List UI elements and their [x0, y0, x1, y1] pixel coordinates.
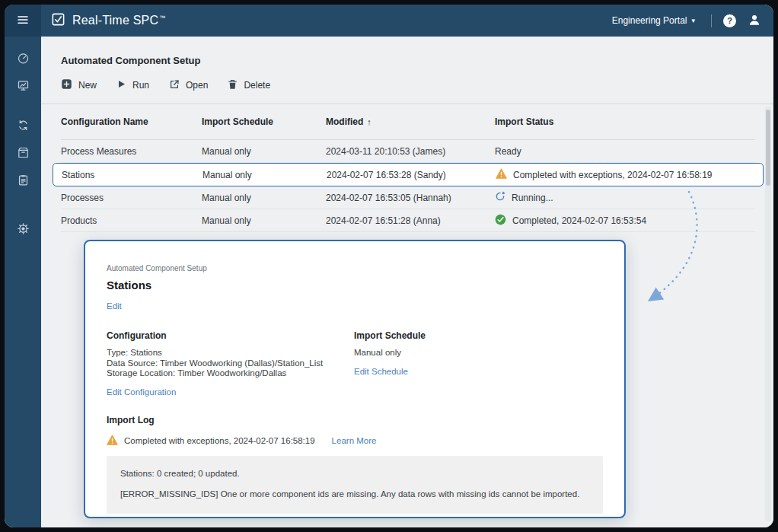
open-button[interactable]: Open: [169, 79, 208, 92]
detail-context-label: Automated Component Setup: [107, 264, 603, 272]
modified-cell: 2024-02-07 16:53:28 (Sandy): [327, 170, 496, 180]
import-schedule-section: Import Schedule Manual only Edit Schedul…: [354, 330, 603, 398]
plus-icon: [61, 78, 72, 92]
storage-box-icon: [17, 146, 30, 161]
modified-cell: 2024-02-07 16:53:05 (Hannah): [326, 193, 495, 203]
success-check-icon: [495, 214, 506, 228]
table-row-products[interactable]: Products Manual only 2024-02-07 16:51:28…: [61, 209, 755, 232]
scrollbar-thumb[interactable]: [766, 110, 770, 186]
menu-button[interactable]: [5, 5, 41, 37]
page-title: Automated Component Setup: [41, 37, 773, 66]
log-status-text: Completed with exceptions, 2024-02-07 16…: [124, 436, 315, 445]
sync-icon: [17, 119, 30, 134]
configuration-storage-location: Storage Location: Timber Woodworking/Dal…: [107, 368, 354, 379]
sidebar-item-worksheets[interactable]: [14, 172, 32, 190]
column-header-import-status[interactable]: Import Status: [495, 116, 755, 127]
user-button[interactable]: [748, 13, 761, 29]
run-button-label: Run: [132, 80, 149, 91]
help-icon: ?: [723, 14, 736, 27]
detail-columns: Configuration Type: Stations Data Source…: [107, 330, 603, 398]
topbar-divider: [711, 14, 712, 27]
help-button[interactable]: ?: [723, 14, 736, 27]
status-text: Completed, 2024-02-07 16:53:54: [512, 215, 646, 226]
sidebar: [5, 37, 41, 527]
trademark: ™: [159, 14, 165, 21]
import-status-cell: Ready: [495, 146, 755, 157]
learn-more-link[interactable]: Learn More: [332, 436, 377, 445]
clipboard-icon: [17, 174, 30, 189]
edit-schedule-link[interactable]: Edit Schedule: [354, 367, 408, 376]
config-name-cell: Stations: [62, 170, 202, 180]
table-row-processes[interactable]: Processes Manual only 2024-02-07 16:53:0…: [61, 186, 755, 209]
sidebar-item-storage[interactable]: [14, 145, 32, 163]
user-icon: [748, 13, 761, 29]
scrollbar[interactable]: [765, 107, 771, 521]
import-schedule-cell: Manual only: [202, 215, 326, 226]
log-line-error: [ERROR_MISSING_IDS] One or more componen…: [120, 489, 589, 499]
toolbar: New Run Open: [41, 66, 773, 104]
modified-cell: 2024-02-07 16:51:28 (Anna): [326, 215, 495, 226]
config-name-cell: Products: [61, 215, 202, 226]
chart-monitor-icon: [17, 79, 30, 94]
table-row-process-measures[interactable]: Process Measures Manual only 2024-03-11 …: [61, 140, 755, 163]
import-status-cell: Completed with exceptions, 2024-02-07 16…: [496, 168, 754, 181]
table-row-stations-selected[interactable]: Stations Manual only 2024-02-07 16:53:28…: [53, 163, 764, 186]
configuration-data-source: Data Source: Timber Woodworking (Dallas)…: [107, 358, 354, 369]
sort-ascending-icon: ↑: [367, 117, 371, 126]
column-header-modified[interactable]: Modified ↑: [326, 116, 495, 127]
config-table: Configuration Name Import Schedule Modif…: [41, 104, 773, 232]
warning-icon: [107, 435, 118, 447]
top-bar: Real-Time SPC™ Engineering Portal ▾ ?: [5, 5, 773, 37]
open-external-icon: [169, 79, 180, 92]
import-schedule-cell: Manual only: [202, 193, 326, 203]
table-header-row: Configuration Name Import Schedule Modif…: [61, 104, 755, 140]
sidebar-item-sync[interactable]: [14, 117, 32, 135]
configuration-section: Configuration Type: Stations Data Source…: [107, 330, 354, 398]
import-status-cell: Completed, 2024-02-07 16:53:54: [495, 214, 755, 228]
chevron-down-icon: ▾: [691, 18, 695, 24]
modified-cell: 2024-03-11 20:10:53 (James): [326, 146, 495, 157]
trash-icon: [228, 79, 238, 92]
edit-link[interactable]: Edit: [107, 301, 122, 311]
new-button[interactable]: New: [61, 78, 97, 92]
config-name-cell: Process Measures: [61, 146, 202, 157]
configuration-heading: Configuration: [107, 330, 354, 341]
brand: Real-Time SPC™: [51, 12, 165, 30]
detail-title: Stations: [107, 279, 603, 291]
import-schedule-cell: Manual only: [202, 170, 327, 180]
column-header-configuration-name[interactable]: Configuration Name: [61, 116, 202, 127]
logo-icon: [51, 12, 65, 30]
column-header-import-schedule[interactable]: Import Schedule: [202, 116, 326, 127]
config-name-cell: Processes: [61, 193, 202, 203]
import-log-output: Stations: 0 created; 0 updated. [ERROR_M…: [107, 456, 603, 514]
new-button-label: New: [78, 80, 97, 91]
run-button[interactable]: Run: [116, 79, 149, 91]
sidebar-item-settings[interactable]: [14, 221, 32, 239]
edit-configuration-link[interactable]: Edit Configuration: [107, 387, 176, 397]
portal-selector[interactable]: Engineering Portal ▾: [607, 14, 700, 27]
status-text: Ready: [495, 146, 521, 157]
import-log-heading: Import Log: [107, 415, 603, 425]
portal-label: Engineering Portal: [612, 15, 687, 26]
open-button-label: Open: [186, 80, 208, 91]
import-schedule-cell: Manual only: [202, 146, 326, 157]
running-refresh-icon: [495, 191, 505, 204]
hamburger-icon: [16, 13, 30, 29]
delete-button[interactable]: Delete: [228, 79, 270, 92]
delete-button-label: Delete: [244, 80, 270, 91]
gear-icon: [17, 222, 30, 237]
status-text: Completed with exceptions, 2024-02-07 16…: [513, 170, 713, 180]
play-icon: [116, 79, 126, 91]
sidebar-item-charts[interactable]: [14, 78, 32, 96]
log-line-summary: Stations: 0 created; 0 updated.: [120, 469, 589, 478]
import-schedule-value: Manual only: [354, 348, 603, 358]
import-schedule-heading: Import Schedule: [354, 330, 603, 341]
app-title: Real-Time SPC™: [72, 14, 165, 27]
import-status-cell: Running...: [495, 191, 755, 204]
import-log-status: Completed with exceptions, 2024-02-07 16…: [107, 435, 603, 447]
configuration-type: Type: Stations: [107, 348, 354, 358]
app-window: Real-Time SPC™ Engineering Portal ▾ ?: [5, 5, 773, 527]
gauge-icon: [17, 52, 30, 67]
sidebar-item-dashboard[interactable]: [14, 50, 32, 68]
detail-panel: Automated Component Setup Stations Edit …: [84, 240, 626, 518]
